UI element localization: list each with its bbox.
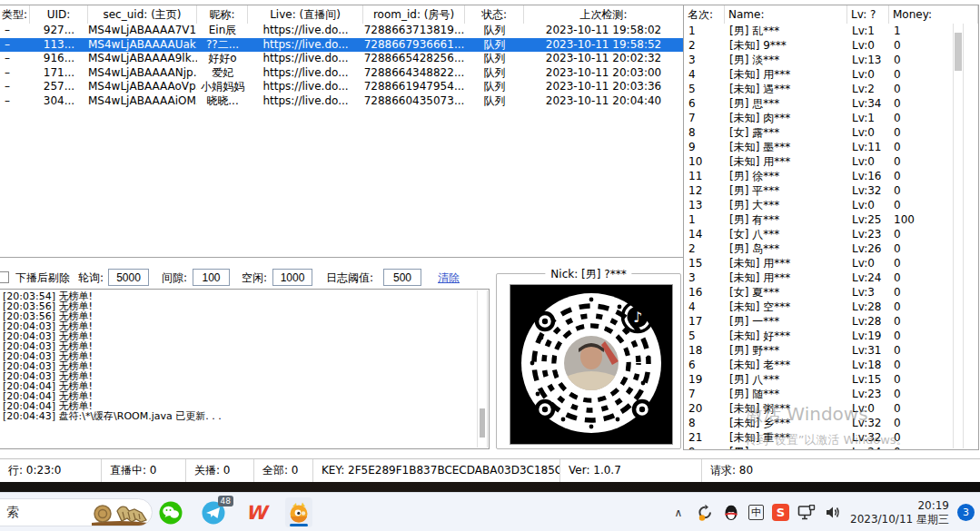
rank-row[interactable]: 7[未知] 肉***Lv:10 [684,111,978,125]
cell-money: 0 [889,183,978,198]
svg-text:♪: ♪ [633,309,642,326]
rank-row[interactable]: 9[男] ...Lv:240 [684,445,978,449]
rank-scrollbar[interactable] [953,24,964,448]
table-row[interactable]: –113...MS4wLjABAAAAUak...??二...https://l… [0,38,683,53]
rank-row[interactable]: 5[未知] 好***Lv:190 [684,329,978,343]
col-header-money[interactable]: Money: [889,5,978,24]
remove-after-offline-checkbox[interactable] [0,271,9,283]
cell-name: [男] ... [725,445,847,449]
rank-row[interactable]: 11[男] 徐***Lv:160 [684,169,978,183]
col-header-type[interactable]: 类型: [0,5,30,24]
rank-panel-body: 1[男] 乱***Lv:112[未知] 9***Lv:003[男] 淡***Lv… [684,24,978,449]
col-header-live[interactable]: Live: (直播间) [248,5,363,24]
cell-lv: Lv:0 [847,198,889,212]
tray-qq-icon[interactable] [722,504,740,522]
tray-sogou-icon[interactable]: S [772,504,789,521]
rank-scrollbar-thumb[interactable] [955,33,962,71]
telegram-icon[interactable]: 48 [200,497,227,527]
taskbar-clock[interactable]: 20:19 2023/10/11 星期三 [850,499,949,526]
cell-rank: 13 [684,198,725,212]
desktop-strip [0,482,980,492]
cell-nick: 小娟妈妈 [197,80,248,94]
rank-row[interactable]: 13[男] 大***Lv:00 [684,198,978,212]
cell-name: [男] 一*** [725,314,847,329]
rank-row[interactable]: 6[未知] 老***Lv:180 [684,358,978,372]
col-header-lastcheck[interactable]: 上次检测: [524,5,683,24]
table-row[interactable]: –257...MS4wLjABAAAAoVp...小娟妈妈https://liv… [0,80,683,94]
tray-volume-icon[interactable] [824,504,842,522]
active-app-icon[interactable] [285,497,312,527]
rank-row[interactable]: 3[未知] 用***Lv:240 [684,270,978,285]
tray-ime-indicator[interactable]: 中 [748,505,764,520]
rank-row[interactable]: 8[未知] 乡***Lv:320 [684,416,978,430]
rank-row[interactable]: 10[未知] 用***Lv:00 [684,154,978,169]
notification-badge[interactable]: 3 [957,504,975,521]
log-box[interactable]: [20:03:54] 无榜单![20:03:56] 无榜单![20:03:56]… [0,289,490,449]
cell-name: [未知] 好*** [725,329,847,343]
tray-chevron-up-icon[interactable]: ∧ [669,504,688,522]
rank-row[interactable]: 21[未知] 重***Lv:320 [684,430,978,445]
taskbar-search-box[interactable]: 索 [0,498,153,526]
rank-row[interactable]: 4[未知] 用***Lv:00 [684,67,978,82]
col-header-lv[interactable]: Lv: ? [847,5,889,24]
cell-lv: Lv:32 [847,183,889,198]
rank-row[interactable]: 12[男] 平***Lv:320 [684,183,978,198]
table-row[interactable]: –927...MS4wLjABAAAA7V1...Ein辰https://liv… [0,24,683,38]
col-header-roomid[interactable]: room_id: (房号) [363,5,465,24]
rank-row[interactable]: 16[女] 夏***Lv:30 [684,285,978,300]
table-row[interactable]: –171...MS4wLjABAAAANjp...爱妃https://live.… [0,66,683,81]
col-header-secuid[interactable]: sec_uid: (主页) [88,5,197,24]
rank-row[interactable]: 8[女] 露***Lv:00 [684,125,978,140]
col-header-nick[interactable]: 昵称: [197,5,248,24]
cell-rank: 2 [684,38,725,53]
cell-lv: Lv:25 [847,212,889,227]
log-scrollbar[interactable] [477,290,488,447]
wps-icon[interactable]: W [243,497,270,527]
rank-row[interactable]: 3[男] 淡***Lv:130 [684,53,978,67]
cell-lv: Lv:32 [847,430,889,445]
rank-row[interactable]: 1[男] 乱***Lv:11 [684,24,978,38]
tray-sync-icon[interactable] [696,504,714,522]
rank-row[interactable]: 2[男] 岛***Lv:260 [684,241,978,256]
cell-type: – [0,24,30,38]
cell-lv: Lv:0 [847,256,889,270]
cell-name: [未知] 老*** [725,358,847,372]
cell-lv: Lv:23 [847,387,889,401]
cell-status: 队列 [465,38,524,53]
cell-money: 0 [889,140,978,154]
rank-row[interactable]: 14[女] 八***Lv:230 [684,227,978,241]
log-threshold-input[interactable] [383,269,421,286]
col-header-rank[interactable]: 名次: [684,5,725,24]
streams-table: 类型: UID: sec_uid: (主页) 昵称: Live: (直播间) r… [0,5,684,258]
rank-row[interactable]: 7[男] 随***Lv:230 [684,387,978,401]
log-scrollbar-thumb[interactable] [480,408,485,438]
rank-row[interactable]: 5[未知] 遇***Lv:20 [684,82,978,96]
table-row[interactable]: –916...MS4wLjABAAAA9lk...好好ohttps://live… [0,52,683,66]
cell-name: [男] 野*** [725,343,847,358]
rank-row[interactable]: 6[男] 思***Lv:340 [684,96,978,111]
cell-type: – [0,52,30,66]
rank-row[interactable]: 2[未知] 9***Lv:00 [684,38,978,53]
wechat-icon[interactable] [157,497,184,527]
app-window: 类型: UID: sec_uid: (主页) 昵称: Live: (直播间) r… [0,0,980,482]
cell-uid: 916... [30,52,88,66]
tray-network-icon[interactable] [797,504,816,522]
col-header-status[interactable]: 状态: [465,5,524,24]
cell-nick: 爱妃 [197,66,248,81]
rank-row[interactable]: 15[未知] 用***Lv:00 [684,256,978,270]
rank-row[interactable]: 20[未知] 粥***Lv:00 [684,401,978,416]
table-row[interactable]: –304...MS4wLjABAAAAiOM...晓晓...https://li… [0,94,683,109]
rank-row[interactable]: 4[未知] 空***Lv:280 [684,300,978,314]
rank-row[interactable]: 17[男] 一***Lv:280 [684,314,978,329]
rank-row[interactable]: 9[未知] 墨***Lv:110 [684,140,978,154]
rank-row[interactable]: 18[男] 野***Lv:310 [684,343,978,358]
cell-lv: Lv:0 [847,125,889,140]
idle-input[interactable] [272,269,312,286]
rank-row[interactable]: 19[男] 八***Lv:150 [684,372,978,387]
col-header-name[interactable]: Name: [725,5,847,24]
rank-row[interactable]: 1[男] 有***Lv:25100 [684,212,978,227]
poll-input[interactable] [108,269,149,286]
gap-input[interactable] [193,269,230,286]
clear-log-link[interactable]: 清除 [438,270,460,286]
col-header-uid[interactable]: UID: [30,5,88,24]
